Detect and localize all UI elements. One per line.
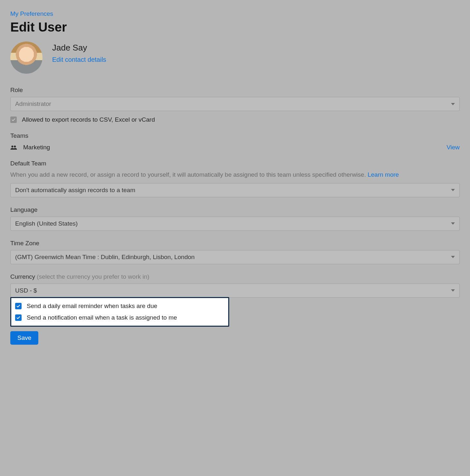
notification-settings-highlight: Send a daily email reminder when tasks a… <box>10 297 229 327</box>
role-select-value: Administrator <box>15 100 51 107</box>
user-name: Jade Say <box>52 43 106 53</box>
default-team-select[interactable]: Don't automatically assign records to a … <box>10 183 460 197</box>
chevron-down-icon <box>451 256 455 258</box>
team-view-link[interactable]: View <box>446 144 460 151</box>
breadcrumb-link[interactable]: My Preferences <box>10 10 460 17</box>
chevron-down-icon <box>451 222 455 225</box>
chevron-down-icon <box>451 289 455 292</box>
timezone-select[interactable]: (GMT) Greenwich Mean Time : Dublin, Edin… <box>10 250 460 264</box>
chevron-down-icon <box>451 189 455 191</box>
default-team-label: Default Team <box>10 160 460 167</box>
edit-contact-link[interactable]: Edit contact details <box>52 56 106 63</box>
assigned-notify-checkbox[interactable] <box>15 314 22 321</box>
save-button[interactable]: Save <box>10 331 38 345</box>
learn-more-link[interactable]: Learn more <box>368 171 399 178</box>
team-name: Marketing <box>23 144 50 151</box>
teams-label: Teams <box>10 132 460 139</box>
default-team-select-value: Don't automatically assign records to a … <box>15 187 135 194</box>
currency-select-value: USD - $ <box>15 287 37 294</box>
language-label: Language <box>10 206 460 213</box>
currency-select[interactable]: USD - $ <box>10 284 460 298</box>
currency-hint: (select the currency you prefer to work … <box>37 273 149 280</box>
language-select[interactable]: English (United States) <box>10 217 460 231</box>
role-select[interactable]: Administrator <box>10 97 460 111</box>
language-select-value: English (United States) <box>15 220 78 227</box>
svg-point-0 <box>11 145 13 147</box>
svg-point-1 <box>14 145 16 147</box>
chevron-down-icon <box>451 103 455 105</box>
export-checkbox <box>10 117 17 123</box>
people-icon <box>10 145 17 150</box>
default-team-description: When you add a new record, or assign a r… <box>10 170 460 179</box>
role-label: Role <box>10 87 460 94</box>
page-title: Edit User <box>10 20 460 34</box>
timezone-label: Time Zone <box>10 240 460 247</box>
currency-label: Currency (select the currency you prefer… <box>10 273 460 280</box>
avatar <box>10 42 42 74</box>
daily-reminder-label: Send a daily email reminder when tasks a… <box>27 303 157 310</box>
export-checkbox-label: Allowed to export records to CSV, Excel … <box>22 116 155 123</box>
assigned-notify-label: Send a notification email when a task is… <box>27 314 177 321</box>
daily-reminder-checkbox[interactable] <box>15 303 22 309</box>
timezone-select-value: (GMT) Greenwich Mean Time : Dublin, Edin… <box>15 254 195 261</box>
